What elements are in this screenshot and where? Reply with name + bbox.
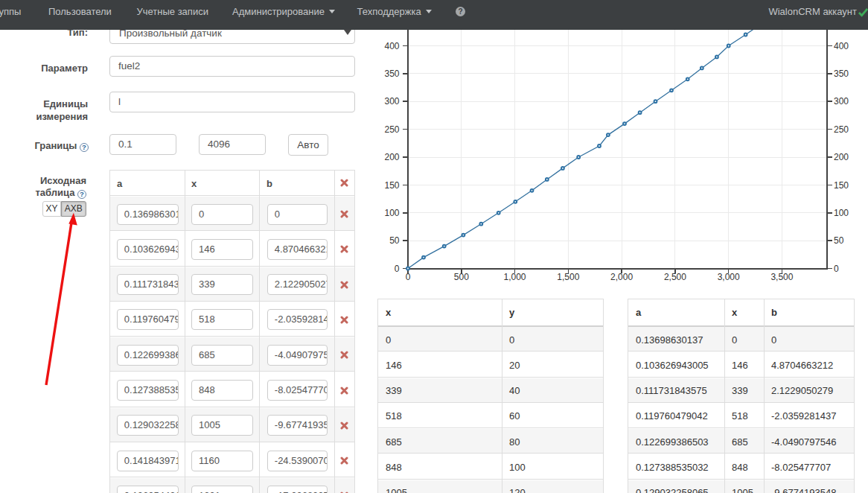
svg-text:0: 0 xyxy=(834,264,839,274)
svg-text:100: 100 xyxy=(384,208,399,218)
svg-text:250: 250 xyxy=(834,124,849,135)
svg-text:1,500: 1,500 xyxy=(557,272,579,282)
svg-text:3,000: 3,000 xyxy=(718,272,740,282)
svg-text:300: 300 xyxy=(384,96,399,106)
svg-text:350: 350 xyxy=(834,69,849,79)
svg-text:100: 100 xyxy=(834,208,849,218)
svg-text:0: 0 xyxy=(395,264,400,274)
svg-text:0: 0 xyxy=(406,272,411,282)
svg-text:200: 200 xyxy=(384,152,399,162)
svg-text:300: 300 xyxy=(834,96,849,106)
svg-text:350: 350 xyxy=(384,69,399,79)
svg-text:250: 250 xyxy=(384,124,399,135)
svg-text:2,500: 2,500 xyxy=(664,272,686,282)
svg-text:400: 400 xyxy=(834,41,849,51)
svg-text:3,500: 3,500 xyxy=(770,272,793,282)
svg-text:400: 400 xyxy=(384,41,399,51)
svg-text:1,000: 1,000 xyxy=(503,272,526,282)
svg-text:50: 50 xyxy=(834,235,844,246)
svg-text:2,000: 2,000 xyxy=(610,272,633,282)
svg-text:150: 150 xyxy=(384,180,399,191)
svg-text:200: 200 xyxy=(834,152,849,162)
svg-text:500: 500 xyxy=(454,272,469,282)
svg-text:150: 150 xyxy=(834,180,849,191)
svg-text:50: 50 xyxy=(389,235,400,246)
